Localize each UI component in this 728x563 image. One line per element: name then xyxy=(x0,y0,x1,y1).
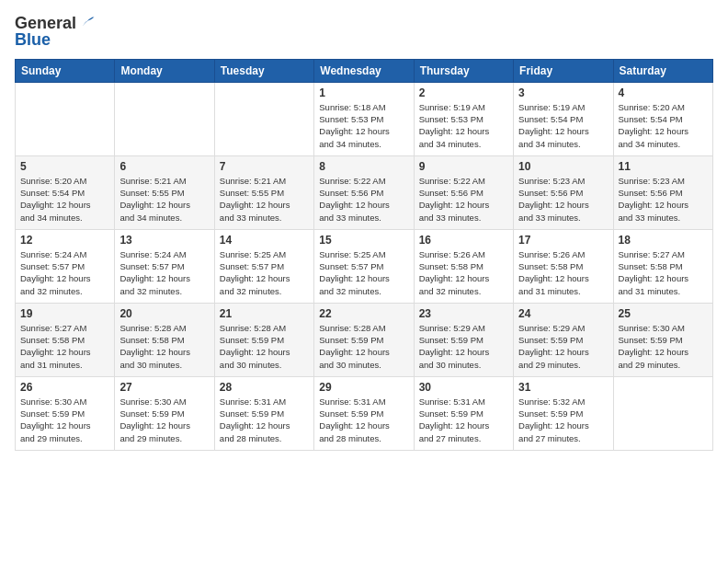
day-number: 16 xyxy=(419,234,508,247)
calendar-cell: 15Sunrise: 5:25 AM Sunset: 5:57 PM Dayli… xyxy=(314,229,414,303)
calendar-cell: 10Sunrise: 5:23 AM Sunset: 5:56 PM Dayli… xyxy=(514,155,613,229)
day-number: 31 xyxy=(518,381,608,394)
calendar-cell: 2Sunrise: 5:19 AM Sunset: 5:53 PM Daylig… xyxy=(414,82,513,155)
day-number: 29 xyxy=(319,381,408,394)
day-number: 15 xyxy=(319,234,408,247)
calendar-cell: 11Sunrise: 5:23 AM Sunset: 5:56 PM Dayli… xyxy=(613,155,712,229)
calendar-cell: 9Sunrise: 5:22 AM Sunset: 5:56 PM Daylig… xyxy=(414,155,513,229)
day-info: Sunrise: 5:24 AM Sunset: 5:57 PM Dayligh… xyxy=(119,248,209,297)
day-info: Sunrise: 5:22 AM Sunset: 5:56 PM Dayligh… xyxy=(419,175,508,224)
calendar-cell: 20Sunrise: 5:28 AM Sunset: 5:58 PM Dayli… xyxy=(115,303,214,376)
calendar-cell: 24Sunrise: 5:29 AM Sunset: 5:59 PM Dayli… xyxy=(514,303,613,376)
calendar-cell: 18Sunrise: 5:27 AM Sunset: 5:58 PM Dayli… xyxy=(613,229,712,303)
calendar-cell: 23Sunrise: 5:29 AM Sunset: 5:59 PM Dayli… xyxy=(414,303,513,376)
day-number: 11 xyxy=(619,160,708,173)
day-number: 10 xyxy=(518,160,608,173)
calendar-cell: 13Sunrise: 5:24 AM Sunset: 5:57 PM Dayli… xyxy=(115,229,214,303)
day-info: Sunrise: 5:30 AM Sunset: 5:59 PM Dayligh… xyxy=(119,396,209,444)
day-info: Sunrise: 5:25 AM Sunset: 5:57 PM Dayligh… xyxy=(319,248,408,297)
calendar-cell: 29Sunrise: 5:31 AM Sunset: 5:59 PM Dayli… xyxy=(314,376,414,450)
day-number: 8 xyxy=(319,160,408,173)
weekday-thursday: Thursday xyxy=(414,59,513,82)
day-number: 22 xyxy=(319,307,408,320)
calendar-cell: 7Sunrise: 5:21 AM Sunset: 5:55 PM Daylig… xyxy=(214,155,313,229)
day-info: Sunrise: 5:28 AM Sunset: 5:59 PM Dayligh… xyxy=(319,322,408,371)
calendar-cell: 28Sunrise: 5:31 AM Sunset: 5:59 PM Dayli… xyxy=(214,376,313,450)
day-info: Sunrise: 5:31 AM Sunset: 5:59 PM Dayligh… xyxy=(220,396,309,444)
day-info: Sunrise: 5:21 AM Sunset: 5:55 PM Dayligh… xyxy=(220,175,309,224)
day-info: Sunrise: 5:29 AM Sunset: 5:59 PM Dayligh… xyxy=(419,322,508,371)
day-number: 18 xyxy=(619,234,708,247)
calendar-week-2: 5Sunrise: 5:20 AM Sunset: 5:54 PM Daylig… xyxy=(16,155,713,229)
day-number: 2 xyxy=(419,86,508,99)
calendar-cell: 6Sunrise: 5:21 AM Sunset: 5:55 PM Daylig… xyxy=(115,155,214,229)
weekday-header-row: SundayMondayTuesdayWednesdayThursdayFrid… xyxy=(16,59,713,82)
day-info: Sunrise: 5:23 AM Sunset: 5:56 PM Dayligh… xyxy=(619,175,708,224)
calendar-cell xyxy=(613,376,712,450)
day-number: 13 xyxy=(119,234,209,247)
day-number: 24 xyxy=(518,307,608,320)
day-info: Sunrise: 5:22 AM Sunset: 5:56 PM Dayligh… xyxy=(319,175,408,224)
day-number: 5 xyxy=(20,160,109,173)
calendar-cell xyxy=(16,82,115,155)
day-info: Sunrise: 5:31 AM Sunset: 5:59 PM Dayligh… xyxy=(419,396,508,444)
day-info: Sunrise: 5:20 AM Sunset: 5:54 PM Dayligh… xyxy=(20,175,109,224)
calendar-cell: 1Sunrise: 5:18 AM Sunset: 5:53 PM Daylig… xyxy=(314,82,414,155)
day-info: Sunrise: 5:29 AM Sunset: 5:59 PM Dayligh… xyxy=(518,322,608,371)
calendar-week-5: 26Sunrise: 5:30 AM Sunset: 5:59 PM Dayli… xyxy=(16,376,713,450)
day-number: 30 xyxy=(419,381,508,394)
weekday-sunday: Sunday xyxy=(16,59,115,82)
day-info: Sunrise: 5:30 AM Sunset: 5:59 PM Dayligh… xyxy=(20,396,109,444)
calendar-cell: 21Sunrise: 5:28 AM Sunset: 5:59 PM Dayli… xyxy=(214,303,313,376)
calendar-week-4: 19Sunrise: 5:27 AM Sunset: 5:58 PM Dayli… xyxy=(16,303,713,376)
weekday-saturday: Saturday xyxy=(613,59,712,82)
day-info: Sunrise: 5:30 AM Sunset: 5:59 PM Dayligh… xyxy=(619,322,708,371)
calendar-cell: 27Sunrise: 5:30 AM Sunset: 5:59 PM Dayli… xyxy=(115,376,214,450)
day-info: Sunrise: 5:27 AM Sunset: 5:58 PM Dayligh… xyxy=(20,322,109,371)
weekday-friday: Friday xyxy=(514,59,613,82)
day-number: 26 xyxy=(20,381,109,394)
day-info: Sunrise: 5:19 AM Sunset: 5:54 PM Dayligh… xyxy=(518,101,608,150)
calendar-cell: 31Sunrise: 5:32 AM Sunset: 5:59 PM Dayli… xyxy=(514,376,613,450)
logo-blue-text: Blue xyxy=(15,31,97,50)
day-number: 23 xyxy=(419,307,508,320)
weekday-monday: Monday xyxy=(115,59,214,82)
day-info: Sunrise: 5:26 AM Sunset: 5:58 PM Dayligh… xyxy=(419,248,508,297)
calendar-table: SundayMondayTuesdayWednesdayThursdayFrid… xyxy=(15,59,713,451)
weekday-tuesday: Tuesday xyxy=(214,59,313,82)
calendar-cell xyxy=(115,82,214,155)
day-number: 20 xyxy=(119,307,209,320)
calendar-cell: 22Sunrise: 5:28 AM Sunset: 5:59 PM Dayli… xyxy=(314,303,414,376)
day-info: Sunrise: 5:23 AM Sunset: 5:56 PM Dayligh… xyxy=(518,175,608,224)
day-number: 27 xyxy=(119,381,209,394)
calendar-cell: 4Sunrise: 5:20 AM Sunset: 5:54 PM Daylig… xyxy=(613,82,712,155)
calendar-cell: 16Sunrise: 5:26 AM Sunset: 5:58 PM Dayli… xyxy=(414,229,513,303)
day-number: 7 xyxy=(220,160,309,173)
day-info: Sunrise: 5:31 AM Sunset: 5:59 PM Dayligh… xyxy=(319,396,408,444)
calendar-cell: 3Sunrise: 5:19 AM Sunset: 5:54 PM Daylig… xyxy=(514,82,613,155)
calendar-week-1: 1Sunrise: 5:18 AM Sunset: 5:53 PM Daylig… xyxy=(16,82,713,155)
day-number: 28 xyxy=(220,381,309,394)
calendar-cell: 19Sunrise: 5:27 AM Sunset: 5:58 PM Dayli… xyxy=(16,303,115,376)
day-info: Sunrise: 5:24 AM Sunset: 5:57 PM Dayligh… xyxy=(20,248,109,297)
calendar-cell: 12Sunrise: 5:24 AM Sunset: 5:57 PM Dayli… xyxy=(16,229,115,303)
day-info: Sunrise: 5:18 AM Sunset: 5:53 PM Dayligh… xyxy=(319,101,408,150)
calendar-cell: 14Sunrise: 5:25 AM Sunset: 5:57 PM Dayli… xyxy=(214,229,313,303)
calendar-week-3: 12Sunrise: 5:24 AM Sunset: 5:57 PM Dayli… xyxy=(16,229,713,303)
calendar-cell: 8Sunrise: 5:22 AM Sunset: 5:56 PM Daylig… xyxy=(314,155,414,229)
day-number: 21 xyxy=(220,307,309,320)
day-number: 4 xyxy=(619,86,708,99)
day-info: Sunrise: 5:21 AM Sunset: 5:55 PM Dayligh… xyxy=(119,175,209,224)
weekday-wednesday: Wednesday xyxy=(314,59,414,82)
calendar-cell: 17Sunrise: 5:26 AM Sunset: 5:58 PM Dayli… xyxy=(514,229,613,303)
day-info: Sunrise: 5:25 AM Sunset: 5:57 PM Dayligh… xyxy=(220,248,309,297)
calendar-cell: 26Sunrise: 5:30 AM Sunset: 5:59 PM Dayli… xyxy=(16,376,115,450)
calendar-cell: 25Sunrise: 5:30 AM Sunset: 5:59 PM Dayli… xyxy=(613,303,712,376)
day-info: Sunrise: 5:26 AM Sunset: 5:58 PM Dayligh… xyxy=(518,248,608,297)
day-info: Sunrise: 5:19 AM Sunset: 5:53 PM Dayligh… xyxy=(419,101,508,150)
logo: General Blue xyxy=(15,15,97,50)
calendar-cell xyxy=(214,82,313,155)
calendar-cell: 5Sunrise: 5:20 AM Sunset: 5:54 PM Daylig… xyxy=(16,155,115,229)
day-info: Sunrise: 5:20 AM Sunset: 5:54 PM Dayligh… xyxy=(619,101,708,150)
logo-bird-icon xyxy=(78,15,97,33)
